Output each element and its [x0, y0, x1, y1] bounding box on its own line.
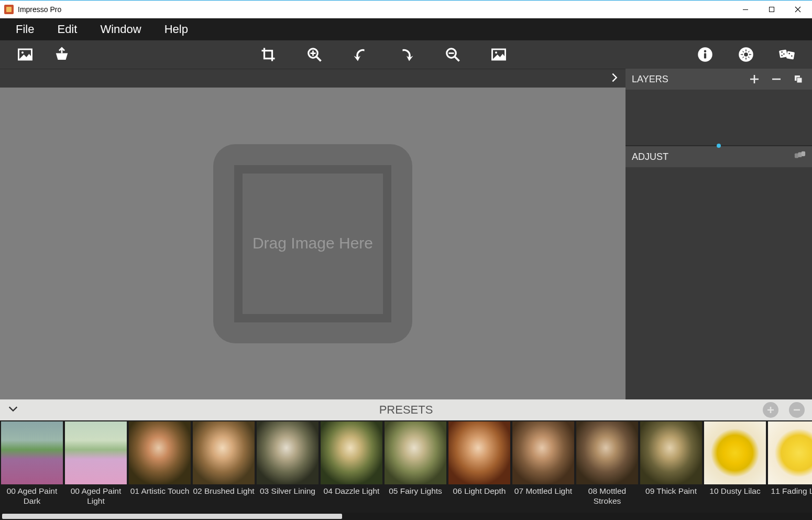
crop-button[interactable]	[255, 44, 282, 65]
preset-label: 01 Artistic Touch	[129, 486, 191, 496]
presets-header: PRESETS	[0, 399, 812, 420]
preset-thumb	[512, 421, 574, 484]
preset-label: 04 Dazzle Light	[323, 486, 381, 496]
svg-rect-21	[797, 78, 802, 83]
presets-strip[interactable]: 00 Aged Paint Dark00 Aged Paint Light01 …	[0, 420, 812, 513]
svg-point-12	[744, 52, 748, 57]
svg-point-9	[704, 50, 707, 53]
svg-point-7	[495, 51, 497, 53]
toolbar	[0, 40, 812, 69]
dropzone-text: Drag Image Here	[253, 233, 373, 254]
preset-thumb	[448, 421, 510, 484]
preset-thumb	[1, 421, 63, 484]
window-close-button[interactable]	[785, 1, 811, 18]
preset-add-button[interactable]	[763, 402, 778, 418]
menu-window[interactable]: Window	[89, 23, 152, 36]
window-maximize-button[interactable]	[759, 1, 785, 18]
layers-panel-title: LAYERS	[632, 74, 668, 85]
presets-scrollbar[interactable]	[0, 513, 812, 520]
preset-thumb	[768, 421, 812, 484]
window-title: Impresso Pro	[18, 5, 61, 14]
add-layer-button[interactable]	[747, 72, 762, 86]
preset-label: 05 Fairy Lights	[388, 486, 443, 496]
preset-item[interactable]: 02 Brushed Light	[192, 421, 256, 513]
zoom-out-button[interactable]	[439, 44, 466, 65]
dropzone-frame: Drag Image Here	[213, 144, 412, 343]
zoom-in-button[interactable]	[301, 44, 328, 65]
collapse-rightpanel-button[interactable]	[607, 70, 622, 88]
presets-title: PRESETS	[379, 403, 433, 417]
preset-item[interactable]: 10 Dusty Lilac	[703, 421, 767, 513]
open-image-button[interactable]	[12, 44, 39, 65]
canvas-dropzone[interactable]: Drag Image Here	[0, 88, 626, 399]
preset-thumb	[65, 421, 127, 484]
layers-split-slider[interactable]	[626, 145, 812, 146]
menu-edit[interactable]: Edit	[46, 23, 89, 36]
preset-thumb	[193, 421, 255, 484]
undo-button[interactable]	[347, 44, 374, 65]
dropzone-inner: Drag Image Here	[234, 165, 391, 322]
right-panel: LAYERS ADJUST	[626, 69, 812, 399]
svg-point-19	[791, 56, 793, 57]
preset-item[interactable]: 03 Silver Lining	[256, 421, 320, 513]
preset-item[interactable]: 08 Mottled Strokes	[575, 421, 639, 513]
preset-thumb	[385, 421, 446, 484]
svg-rect-24	[802, 151, 805, 156]
svg-rect-14	[786, 51, 795, 59]
preset-label: 09 Thick Paint	[644, 486, 698, 496]
preset-remove-button[interactable]	[789, 402, 805, 418]
svg-point-17	[781, 55, 783, 57]
preset-label: 00 Aged Paint Light	[64, 486, 128, 506]
preset-item[interactable]: 04 Dazzle Light	[320, 421, 383, 513]
preset-item[interactable]: 00 Aged Paint Dark	[0, 421, 64, 513]
svg-rect-13	[779, 49, 787, 58]
menu-file[interactable]: File	[4, 23, 46, 36]
fit-screen-button[interactable]	[485, 44, 512, 65]
app-icon	[4, 5, 14, 14]
preset-item[interactable]: 01 Artistic Touch	[128, 421, 192, 513]
settings-button[interactable]	[732, 44, 760, 65]
svg-point-16	[783, 53, 785, 55]
preset-item[interactable]: 00 Aged Paint Light	[64, 421, 128, 513]
remove-layer-button[interactable]	[769, 72, 784, 86]
svg-rect-0	[743, 9, 748, 10]
svg-point-15	[781, 51, 783, 53]
adjust-body	[626, 167, 812, 399]
preset-thumb	[640, 421, 702, 484]
canvas-panel: Drag Image Here	[0, 69, 626, 399]
layers-panel-header: LAYERS	[626, 69, 812, 90]
slider-handle-icon	[717, 144, 721, 148]
svg-point-18	[788, 53, 790, 55]
menu-help[interactable]: Help	[153, 23, 200, 36]
preset-item[interactable]: 06 Light Depth	[447, 421, 511, 513]
window-titlebar: Impresso Pro	[0, 1, 812, 18]
layers-body	[626, 90, 812, 145]
preset-label: 00 Aged Paint Dark	[0, 486, 64, 506]
svg-rect-23	[798, 152, 802, 157]
preset-item[interactable]: 11 Fading Light	[767, 421, 812, 513]
dice-button[interactable]	[773, 44, 800, 65]
preset-label: 03 Silver Lining	[259, 486, 316, 496]
presets-collapse-button[interactable]	[7, 403, 19, 417]
preset-label: 07 Mottled Light	[513, 486, 573, 496]
preset-label: 06 Light Depth	[452, 486, 507, 496]
window-minimize-button[interactable]	[732, 1, 759, 18]
preset-item[interactable]: 07 Mottled Light	[511, 421, 575, 513]
menubar: File Edit Window Help	[0, 18, 812, 40]
preset-label: 02 Brushed Light	[192, 486, 255, 496]
adjust-swatches-icon[interactable]	[794, 150, 806, 164]
preset-item[interactable]: 09 Thick Paint	[639, 421, 703, 513]
info-button[interactable]	[692, 44, 719, 65]
svg-rect-22	[795, 153, 798, 158]
save-image-button[interactable]	[48, 44, 75, 65]
preset-thumb	[129, 421, 191, 484]
preset-label: 10 Dusty Lilac	[708, 486, 761, 496]
preset-item[interactable]: 05 Fairy Lights	[383, 421, 447, 513]
svg-rect-1	[770, 7, 774, 12]
duplicate-layer-button[interactable]	[791, 72, 806, 86]
preset-label: 11 Fading Light	[770, 486, 812, 496]
adjust-panel-title: ADJUST	[632, 151, 668, 162]
scrollbar-thumb[interactable]	[2, 514, 342, 519]
preset-thumb	[576, 421, 638, 484]
redo-button[interactable]	[393, 44, 420, 65]
